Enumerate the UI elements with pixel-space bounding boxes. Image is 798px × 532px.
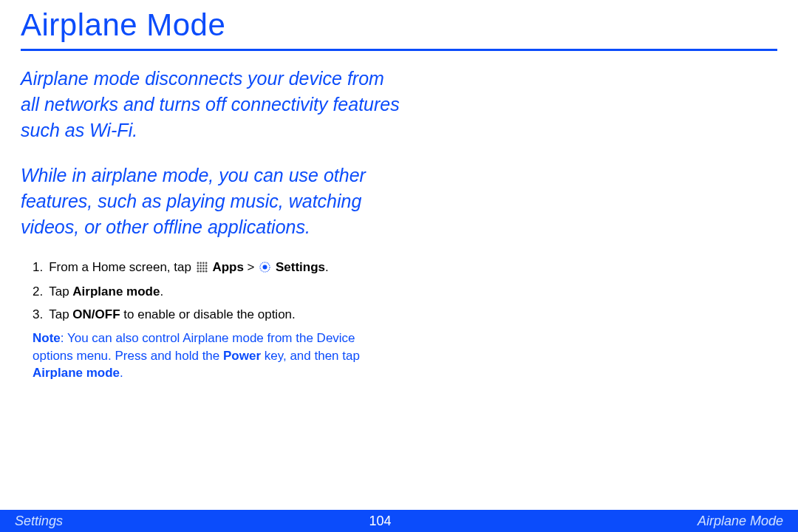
svg-point-13 (200, 270, 202, 273)
svg-point-5 (200, 265, 202, 267)
svg-point-4 (197, 265, 199, 267)
svg-point-1 (200, 262, 202, 265)
svg-point-11 (205, 267, 207, 270)
svg-point-9 (200, 267, 202, 270)
step-3: 3. Tap ON/OFF to enable or disable the o… (33, 307, 417, 324)
svg-point-17 (263, 265, 267, 270)
step-post: . (160, 284, 163, 299)
svg-point-8 (197, 267, 199, 270)
svg-point-2 (202, 262, 205, 265)
step-number: 1. (33, 259, 43, 276)
step-post: . (325, 260, 329, 274)
note-label: Note (33, 331, 61, 345)
note-text-2: key, and then tap (261, 349, 360, 363)
footer-right: Airplane Mode (698, 514, 783, 529)
step-number: 3. (33, 307, 43, 324)
onoff-label: ON/OFF (72, 307, 120, 321)
footer-page-number: 104 (369, 514, 391, 529)
step-body: Tap ON/OFF to enable or disable the opti… (49, 307, 417, 324)
footer-left: Settings (15, 514, 63, 529)
svg-point-14 (202, 270, 205, 273)
power-key-label: Power (223, 349, 261, 363)
page-title: Airplane Mode (21, 7, 777, 49)
apps-icon (197, 261, 208, 278)
step-text: From a Home screen, tap (49, 260, 194, 274)
intro-paragraph-2: While in airplane mode, you can use othe… (21, 163, 405, 240)
svg-point-12 (197, 270, 199, 273)
svg-point-3 (205, 262, 207, 265)
step-post: to enable or disable the option. (120, 307, 296, 321)
airplane-mode-label: Airplane mode (72, 284, 160, 299)
page-footer: Settings 104 Airplane Mode (0, 510, 798, 532)
apps-label: Apps (212, 260, 244, 274)
step-text: Tap (49, 307, 72, 321)
step-gt: > (244, 260, 258, 274)
note-paragraph: Note: You can also control Airplane mode… (33, 330, 387, 382)
svg-point-7 (205, 265, 207, 267)
gear-icon (259, 261, 270, 278)
step-text: Tap (49, 284, 72, 299)
airplane-mode-label: Airplane mode (33, 366, 120, 380)
settings-label: Settings (276, 260, 325, 274)
step-body: From a Home screen, tap Apps > Settings. (49, 259, 417, 278)
note-text-3: . (120, 366, 123, 380)
step-number: 2. (33, 284, 43, 301)
page: Airplane Mode Airplane mode disconnects … (0, 0, 798, 532)
step-2: 2. Tap Airplane mode. (33, 284, 417, 301)
svg-point-6 (202, 265, 205, 267)
svg-point-15 (205, 270, 207, 273)
step-body: Tap Airplane mode. (49, 284, 417, 301)
intro-paragraph-1: Airplane mode disconnects your device fr… (21, 66, 405, 143)
steps-list: 1. From a Home screen, tap Apps > Settin… (33, 259, 417, 324)
title-rule (21, 49, 777, 51)
svg-point-0 (197, 262, 199, 265)
step-1: 1. From a Home screen, tap Apps > Settin… (33, 259, 417, 278)
svg-point-10 (202, 267, 205, 270)
